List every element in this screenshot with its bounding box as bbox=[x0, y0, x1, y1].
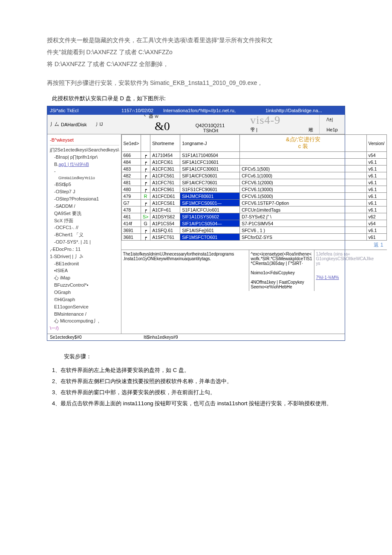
cell-checkbox[interactable]: ┍ bbox=[141, 166, 150, 172]
cell-checkbox[interactable]: ┍ bbox=[141, 172, 150, 179]
cell-sel[interactable]: 480 bbox=[121, 186, 141, 193]
cell-checkbox[interactable]: ┍ bbox=[141, 186, 150, 193]
col-longname[interactable]: 1ongname-J bbox=[180, 135, 240, 152]
key-table[interactable]: Se1ed> Shortneme 1ongname-J &点/;它进行安 c 装… bbox=[121, 134, 387, 241]
cell-checkbox[interactable]: ┍ bbox=[141, 227, 150, 234]
cell-sel[interactable]: 479 bbox=[121, 193, 141, 200]
help-button[interactable]: He1p bbox=[326, 127, 337, 132]
table-row[interactable]: 484┍A1CFCI61SIF1A1CFC10601v6.1 bbox=[121, 159, 386, 166]
bottom-r4[interactable]: 7%I·1·¾M% bbox=[316, 275, 385, 280]
table-row[interactable]: 3681┍A1SFCT61SiF1MSFCTO601SFCforDZ-SYSv6… bbox=[121, 234, 386, 241]
cell-sel[interactable]: 3681 bbox=[121, 234, 141, 241]
sidebar-item-ginst[interactable]: GInsta11edkeyYe11o bbox=[50, 175, 119, 181]
table-row[interactable]: 461S>A1DSYS62SIF1A1DSYS0602D7-SYSv62 j" … bbox=[121, 213, 386, 220]
cell-sel[interactable]: 484 bbox=[121, 159, 141, 166]
col-version[interactable]: Version/ bbox=[366, 135, 386, 152]
sidebar-item-isiea[interactable]: •ISIEA bbox=[50, 267, 119, 274]
sidebar-item-ostep-prof[interactable]: -OStep?Professiona1 bbox=[50, 195, 119, 203]
sidebar-item-ocfc[interactable]: -OCFC1-. // bbox=[50, 224, 119, 231]
col-shortname[interactable]: Shortneme bbox=[150, 135, 180, 152]
cell-sel[interactable]: 482 bbox=[121, 172, 141, 179]
intro-line-3: 将 D:\AXNFZZ 了或者 C:\AXNFZZ 全部删掉， bbox=[47, 61, 169, 67]
cell-sel[interactable]: 666 bbox=[121, 152, 141, 159]
sidebar[interactable]: -B^wkeyset j∏2Se1ectedkeys\Searchedkeys\… bbox=[47, 134, 121, 334]
sidebar-item-binsp[interactable]: -BInsp| p∏tprifn1ripr\ bbox=[50, 154, 119, 161]
sidebar-item-qaset[interactable]: QA9Set 要洗 bbox=[50, 210, 119, 217]
sidebar-item-logon[interactable]: E11ogonService bbox=[50, 303, 119, 311]
install-banner[interactable]: &点/;它进行安 c 装 bbox=[242, 135, 364, 151]
back-link[interactable]: 返 1 bbox=[121, 241, 387, 250]
bottom-panel: The1istofkeysIdnimUJhnecessaryfortheinst… bbox=[121, 250, 387, 291]
cell-sel[interactable]: 3691 bbox=[121, 227, 141, 234]
cell-checkbox[interactable]: ┍ bbox=[141, 152, 150, 159]
cell-desc: CFCv6.1(1000) bbox=[240, 172, 366, 179]
col-desc[interactable]: &点/;它进行安 c 装 bbox=[240, 135, 366, 152]
sidebar-item-higraph[interactable]: ©HiGraph bbox=[50, 296, 119, 303]
cell-checkbox[interactable]: R bbox=[141, 193, 150, 200]
cell-sel[interactable]: 478 bbox=[121, 206, 141, 213]
sidebar-item-bedronit[interactable]: -BE1edronit bbox=[50, 260, 119, 267]
cell-longname: S1F1A171040504 bbox=[180, 152, 240, 159]
sidebar-group-selected[interactable]: j∏2Se1ectedkeys\Searchedkeys\ bbox=[50, 146, 119, 154]
toolbar-tshort[interactable]: TShOrt bbox=[203, 128, 218, 133]
toolbar-right: /\±| He1p bbox=[319, 115, 345, 134]
cell-checkbox[interactable]: ┍ bbox=[141, 234, 150, 241]
cell-checkbox[interactable]: G bbox=[141, 220, 150, 227]
sidebar-bag-link[interactable]: ag1 | f1¼I9¼B bbox=[58, 162, 89, 167]
cell-sel[interactable]: 481 bbox=[121, 179, 141, 186]
cell-sel[interactable]: G7 bbox=[121, 200, 141, 206]
toolbar-big-amp[interactable]: &0 bbox=[155, 119, 170, 133]
table-row[interactable]: 3691┍A1SFQ.61SIF1AISFej)601SFCV6 , 1 )v6… bbox=[121, 227, 386, 234]
table-row[interactable]: 482┍A1CFC561SIF1AICFC50601CFCv6.1(1000)v… bbox=[121, 172, 386, 179]
toolbar-sub: 丿IJ bbox=[95, 122, 103, 128]
cell-sel[interactable]: 461 bbox=[121, 213, 141, 220]
sidebar-item-imap[interactable]: 心 iMap bbox=[50, 274, 119, 282]
sidebar-item-ostep7[interactable]: -OStep7 J bbox=[50, 188, 119, 195]
cell-checkbox[interactable]: S> bbox=[141, 213, 150, 220]
cell-sel[interactable]: 483 bbox=[121, 166, 141, 172]
col-chk bbox=[141, 135, 150, 152]
sidebar-item-bchert[interactable]: -BChert1 「义 bbox=[50, 231, 119, 238]
sidebar-micro-label: 心 Microcomputing丿, bbox=[54, 318, 99, 323]
cell-checkbox[interactable]: ┍ bbox=[141, 179, 150, 186]
bottom-mid-6: Seemo<e%\ohHebHe bbox=[251, 285, 312, 289]
cell-sel[interactable]: 414f bbox=[121, 220, 141, 227]
sidebar-item-dash[interactable]: - bbox=[50, 168, 119, 175]
cell-shortname: A1P1CS54 bbox=[150, 220, 180, 227]
sidebar-item-ograph[interactable]: OGraph bbox=[50, 289, 119, 296]
sidebar-item-bmsint[interactable]: BMsintenance / bbox=[50, 311, 119, 318]
table-row[interactable]: 479RA1CFCD61SiHJMCF80601CFCV6.1(5000)v6.… bbox=[121, 193, 386, 200]
intro-line-2: 件夹”就能看到 D:\AXNFZZ 了或者 C:\AXNFZZo bbox=[47, 49, 173, 55]
sidebar-item-saddm[interactable]: -SADDM / bbox=[50, 203, 119, 210]
cell-desc bbox=[240, 152, 366, 159]
sidebar-group-sdriver[interactable]: 1-SDriver| | 丿J‹ bbox=[50, 253, 119, 260]
toolbar-disk-selector[interactable]: 丿厶 DAHardDisk 丿IJ bbox=[47, 115, 141, 134]
cell-checkbox[interactable]: ┍ bbox=[141, 200, 150, 206]
toolbar-q: Q42O10Q211 bbox=[196, 123, 225, 128]
table-row[interactable]: 481┍A1CFC761SIF1AICFC70601CFCV6.1(2000)v… bbox=[121, 179, 386, 186]
sidebar-item-fuzzy[interactable]: BFuzzvControl*• bbox=[50, 282, 119, 289]
toolbar-incr[interactable]: /\±| bbox=[326, 117, 333, 122]
table-row[interactable]: 666┍A1710454S1F1A171040504v54 bbox=[121, 152, 386, 159]
sidebar-item-bag[interactable]: B.ag1 | f1¼I9¼B bbox=[50, 161, 119, 168]
cell-checkbox[interactable]: ┍ bbox=[141, 206, 150, 213]
sidebar-group-edoc[interactable]: ,-EDocPro.: 11 bbox=[50, 246, 119, 253]
table-row[interactable]: 483┍A1CFC361SIF1A1CFC30601CFCv5.1(500)v6… bbox=[121, 166, 386, 172]
table-row[interactable]: 414fGA1P1CS54SIF1AIP1CS0504—S7-P1CSIMV54… bbox=[121, 220, 386, 227]
col-seled[interactable]: Se1ed> bbox=[121, 135, 141, 152]
sidebar-wkeyset[interactable]: -B^wkeyset bbox=[50, 136, 119, 144]
table-row[interactable]: G7┍A1CFCS61SiF1MCFCS0601—CFCV6.1STEP7-Op… bbox=[121, 200, 386, 206]
toolbar-big-ab[interactable]: 丶 器 bbox=[143, 113, 153, 119]
titlebar-left: JSi*atic TkEcI bbox=[50, 108, 118, 113]
table-row[interactable]: 478┍A1CF≈61S1F1AICFCUo601CFCUn1imitedTag… bbox=[121, 206, 386, 213]
sidebar-item-micro[interactable]: 心 Microcomputing丿, bbox=[50, 317, 119, 325]
cell-version: v6.1 bbox=[366, 159, 386, 166]
cell-checkbox[interactable]: ┍ bbox=[141, 159, 150, 166]
cell-longname: SIF1AIP1CS0504— bbox=[180, 220, 240, 227]
titlebar-date: 1157∩10/02/02 bbox=[121, 108, 160, 113]
sidebar-item-bst[interactable]: -BSt$p5 bbox=[50, 181, 119, 188]
sidebar-item-scx[interactable]: ScX 抒面 bbox=[50, 217, 119, 224]
intro-paragraph-3: 此授权软件默认安装口录是 D 盘，如下图所示: bbox=[47, 93, 345, 104]
table-row[interactable]: 480┍A1CFC961S1FS1CFC90601CFCV6.1(3000)v6… bbox=[121, 186, 386, 193]
sidebar-item-od7sys[interactable]: -OD7-SYS*. | J1 | bbox=[50, 238, 119, 246]
